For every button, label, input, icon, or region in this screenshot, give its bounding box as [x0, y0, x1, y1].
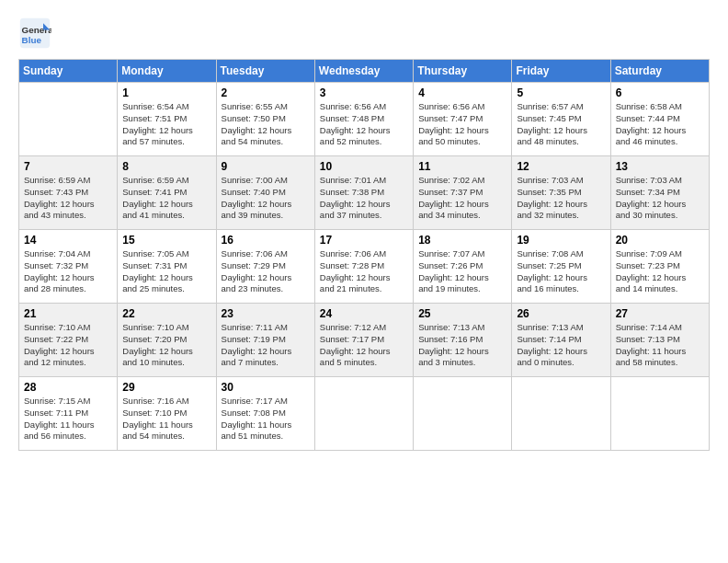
calendar-cell: 29Sunrise: 7:16 AM Sunset: 7:10 PM Dayli… — [118, 377, 216, 451]
calendar-cell: 19Sunrise: 7:08 AM Sunset: 7:25 PM Dayli… — [512, 230, 610, 304]
day-number: 17 — [320, 234, 408, 247]
logo-icon: General Blue — [18, 17, 51, 50]
calendar-cell: 28Sunrise: 7:15 AM Sunset: 7:11 PM Dayli… — [19, 377, 118, 451]
calendar-cell: 23Sunrise: 7:11 AM Sunset: 7:19 PM Dayli… — [216, 304, 314, 377]
day-info: Sunrise: 7:05 AM Sunset: 7:31 PM Dayligh… — [122, 248, 210, 295]
day-info: Sunrise: 7:02 AM Sunset: 7:37 PM Dayligh… — [418, 175, 506, 222]
day-number: 28 — [24, 381, 112, 394]
calendar-cell: 11Sunrise: 7:02 AM Sunset: 7:37 PM Dayli… — [414, 156, 512, 230]
calendar-cell — [414, 377, 512, 451]
day-info: Sunrise: 6:59 AM Sunset: 7:43 PM Dayligh… — [24, 175, 112, 222]
calendar-cell: 17Sunrise: 7:06 AM Sunset: 7:28 PM Dayli… — [314, 230, 413, 304]
calendar-row-2: 7Sunrise: 6:59 AM Sunset: 7:43 PM Daylig… — [19, 156, 710, 230]
calendar-cell: 9Sunrise: 7:00 AM Sunset: 7:40 PM Daylig… — [216, 156, 314, 230]
day-info: Sunrise: 7:07 AM Sunset: 7:26 PM Dayligh… — [418, 248, 506, 295]
calendar-cell: 2Sunrise: 6:55 AM Sunset: 7:50 PM Daylig… — [216, 83, 314, 156]
day-number: 3 — [320, 86, 408, 99]
calendar-cell: 10Sunrise: 7:01 AM Sunset: 7:38 PM Dayli… — [314, 156, 413, 230]
day-info: Sunrise: 7:04 AM Sunset: 7:32 PM Dayligh… — [24, 248, 112, 295]
calendar-row-4: 21Sunrise: 7:10 AM Sunset: 7:22 PM Dayli… — [19, 304, 710, 377]
day-number: 14 — [24, 234, 112, 247]
day-info: Sunrise: 7:08 AM Sunset: 7:25 PM Dayligh… — [517, 248, 605, 295]
day-number: 1 — [122, 86, 210, 99]
calendar-cell: 1Sunrise: 6:54 AM Sunset: 7:51 PM Daylig… — [118, 83, 216, 156]
day-info: Sunrise: 7:17 AM Sunset: 7:08 PM Dayligh… — [222, 396, 310, 442]
day-info: Sunrise: 7:14 AM Sunset: 7:13 PM Dayligh… — [616, 322, 704, 369]
day-number: 11 — [418, 160, 506, 173]
day-number: 10 — [320, 160, 408, 173]
day-info: Sunrise: 6:54 AM Sunset: 7:51 PM Dayligh… — [122, 101, 210, 148]
day-info: Sunrise: 6:56 AM Sunset: 7:47 PM Dayligh… — [418, 101, 506, 148]
day-info: Sunrise: 7:01 AM Sunset: 7:38 PM Dayligh… — [320, 175, 408, 222]
day-info: Sunrise: 7:03 AM Sunset: 7:35 PM Dayligh… — [517, 175, 605, 222]
day-number: 4 — [418, 86, 506, 99]
calendar-cell — [314, 377, 413, 451]
svg-text:General: General — [22, 25, 51, 35]
day-number: 27 — [616, 307, 704, 320]
day-number: 24 — [320, 307, 408, 320]
day-number: 15 — [122, 234, 210, 247]
day-number: 19 — [517, 234, 605, 247]
weekday-header-sunday: Sunday — [19, 60, 118, 83]
calendar-cell: 26Sunrise: 7:13 AM Sunset: 7:14 PM Dayli… — [512, 304, 610, 377]
day-info: Sunrise: 7:10 AM Sunset: 7:22 PM Dayligh… — [24, 322, 112, 369]
day-info: Sunrise: 7:10 AM Sunset: 7:20 PM Dayligh… — [122, 322, 210, 369]
day-info: Sunrise: 7:00 AM Sunset: 7:40 PM Dayligh… — [222, 175, 310, 222]
logo: General Blue — [18, 17, 55, 50]
day-number: 21 — [24, 307, 112, 320]
day-info: Sunrise: 7:06 AM Sunset: 7:28 PM Dayligh… — [320, 248, 408, 295]
calendar-cell: 25Sunrise: 7:13 AM Sunset: 7:16 PM Dayli… — [414, 304, 512, 377]
calendar-cell: 24Sunrise: 7:12 AM Sunset: 7:17 PM Dayli… — [314, 304, 413, 377]
weekday-header-tuesday: Tuesday — [216, 60, 314, 83]
calendar-cell: 14Sunrise: 7:04 AM Sunset: 7:32 PM Dayli… — [19, 230, 118, 304]
calendar-cell — [610, 377, 709, 451]
day-number: 23 — [222, 307, 310, 320]
day-info: Sunrise: 7:15 AM Sunset: 7:11 PM Dayligh… — [24, 396, 112, 442]
calendar-cell: 30Sunrise: 7:17 AM Sunset: 7:08 PM Dayli… — [216, 377, 314, 451]
calendar-row-5: 28Sunrise: 7:15 AM Sunset: 7:11 PM Dayli… — [19, 377, 710, 451]
day-number: 13 — [616, 160, 704, 173]
day-number: 22 — [122, 307, 210, 320]
calendar-table: SundayMondayTuesdayWednesdayThursdayFrid… — [18, 59, 710, 451]
weekday-header-wednesday: Wednesday — [314, 60, 413, 83]
calendar-cell: 21Sunrise: 7:10 AM Sunset: 7:22 PM Dayli… — [19, 304, 118, 377]
day-info: Sunrise: 7:13 AM Sunset: 7:16 PM Dayligh… — [418, 322, 506, 369]
day-number: 20 — [616, 234, 704, 247]
day-number: 2 — [222, 86, 310, 99]
day-info: Sunrise: 6:56 AM Sunset: 7:48 PM Dayligh… — [320, 101, 408, 148]
calendar-cell: 3Sunrise: 6:56 AM Sunset: 7:48 PM Daylig… — [314, 83, 413, 156]
day-info: Sunrise: 7:06 AM Sunset: 7:29 PM Dayligh… — [222, 248, 310, 295]
calendar-cell: 5Sunrise: 6:57 AM Sunset: 7:45 PM Daylig… — [512, 83, 610, 156]
day-number: 6 — [616, 86, 704, 99]
day-info: Sunrise: 7:11 AM Sunset: 7:19 PM Dayligh… — [222, 322, 310, 369]
day-number: 7 — [24, 160, 112, 173]
calendar-cell: 4Sunrise: 6:56 AM Sunset: 7:47 PM Daylig… — [414, 83, 512, 156]
calendar-cell: 20Sunrise: 7:09 AM Sunset: 7:23 PM Dayli… — [610, 230, 709, 304]
day-info: Sunrise: 7:03 AM Sunset: 7:34 PM Dayligh… — [616, 175, 704, 222]
day-number: 8 — [122, 160, 210, 173]
svg-text:Blue: Blue — [22, 35, 42, 45]
calendar-cell — [19, 83, 118, 156]
day-number: 9 — [222, 160, 310, 173]
calendar-cell: 6Sunrise: 6:58 AM Sunset: 7:44 PM Daylig… — [610, 83, 709, 156]
page: General Blue SundayMondayTuesdayWednesda… — [0, 0, 728, 563]
day-info: Sunrise: 7:16 AM Sunset: 7:10 PM Dayligh… — [122, 396, 210, 442]
calendar-cell: 27Sunrise: 7:14 AM Sunset: 7:13 PM Dayli… — [610, 304, 709, 377]
day-number: 16 — [222, 234, 310, 247]
day-info: Sunrise: 6:55 AM Sunset: 7:50 PM Dayligh… — [222, 101, 310, 148]
day-info: Sunrise: 7:12 AM Sunset: 7:17 PM Dayligh… — [320, 322, 408, 369]
calendar-cell: 13Sunrise: 7:03 AM Sunset: 7:34 PM Dayli… — [610, 156, 709, 230]
day-info: Sunrise: 7:09 AM Sunset: 7:23 PM Dayligh… — [616, 248, 704, 295]
calendar-cell: 12Sunrise: 7:03 AM Sunset: 7:35 PM Dayli… — [512, 156, 610, 230]
day-info: Sunrise: 6:58 AM Sunset: 7:44 PM Dayligh… — [616, 101, 704, 148]
header: General Blue — [18, 17, 710, 50]
weekday-header-thursday: Thursday — [414, 60, 512, 83]
weekday-header-saturday: Saturday — [610, 60, 709, 83]
day-number: 18 — [418, 234, 506, 247]
weekday-header-friday: Friday — [512, 60, 610, 83]
calendar-cell: 15Sunrise: 7:05 AM Sunset: 7:31 PM Dayli… — [118, 230, 216, 304]
calendar-cell: 18Sunrise: 7:07 AM Sunset: 7:26 PM Dayli… — [414, 230, 512, 304]
calendar-row-1: 1Sunrise: 6:54 AM Sunset: 7:51 PM Daylig… — [19, 83, 710, 156]
day-number: 25 — [418, 307, 506, 320]
day-number: 5 — [517, 86, 605, 99]
